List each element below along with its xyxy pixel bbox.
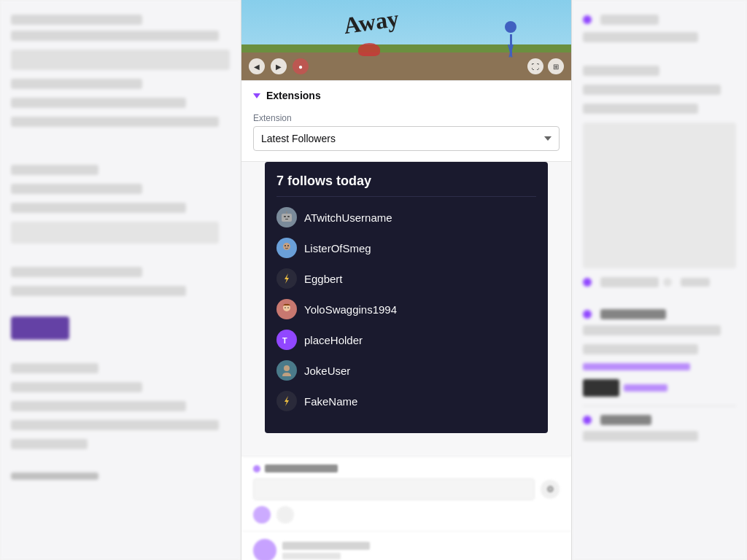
- fullscreen-button[interactable]: ⛶: [527, 58, 543, 74]
- extensions-header[interactable]: Extensions: [241, 81, 571, 110]
- follower-item: Eggbert: [276, 268, 536, 289]
- svg-point-8: [287, 245, 289, 246]
- svg-point-6: [283, 243, 290, 250]
- extensions-section: Extensions Extension Latest Followers Ch…: [241, 80, 571, 162]
- followers-today-count: 7 follows today: [276, 174, 536, 197]
- left-panel: [0, 0, 241, 560]
- follower-avatar-6: [276, 360, 297, 381]
- extension-field-label: Extension: [253, 113, 560, 123]
- follower-avatar-2: [276, 238, 297, 258]
- record-button[interactable]: ●: [293, 58, 309, 74]
- extensions-label: Extensions: [266, 90, 321, 101]
- svg-rect-1: [284, 216, 286, 217]
- stream-info-section: [241, 531, 571, 560]
- follower-avatar-7: [276, 391, 297, 411]
- follower-name-3: Eggbert: [304, 273, 343, 285]
- follower-avatar-5: T: [276, 330, 297, 350]
- follower-name-5: placeHolder: [304, 334, 363, 346]
- stick-figure: [505, 21, 516, 58]
- follower-item: FakeName: [276, 391, 536, 411]
- follower-name-6: JokeUser: [304, 365, 350, 377]
- video-thumbnail: Away ◀ ▶ ● ⛶ ⊞: [241, 0, 571, 80]
- play-button[interactable]: ▶: [271, 58, 287, 74]
- video-controls-right[interactable]: ⛶ ⊞: [527, 58, 564, 74]
- follower-avatar-3: [276, 268, 297, 289]
- follower-avatar-1: [276, 207, 297, 228]
- svg-rect-4: [286, 211, 287, 214]
- rewind-button[interactable]: ◀: [249, 58, 265, 74]
- channel-points-section: ⚙: [241, 456, 571, 531]
- follower-item: ListerOfSmeg: [276, 238, 536, 258]
- svg-point-13: [285, 307, 286, 308]
- extension-select[interactable]: Latest Followers Channel Points Hype Tra…: [253, 126, 560, 151]
- follower-name-1: ATwitchUsername: [304, 211, 392, 224]
- follower-name-2: ListerOfSmeg: [304, 242, 371, 254]
- svg-point-18: [284, 365, 290, 371]
- extension-dropdown-row: Extension Latest Followers Channel Point…: [241, 110, 571, 161]
- video-controls-left[interactable]: ◀ ▶ ●: [249, 58, 309, 74]
- svg-rect-2: [287, 216, 290, 217]
- center-panel: Away ◀ ▶ ● ⛶ ⊞ Extensions: [241, 0, 572, 560]
- right-panel: [572, 0, 747, 560]
- follower-item: JokeUser: [276, 360, 536, 381]
- svg-text:T: T: [282, 336, 287, 345]
- svg-rect-3: [285, 219, 288, 219]
- settings-video-button[interactable]: ⊞: [548, 58, 564, 74]
- follower-name-4: YoloSwaggins1994: [304, 303, 397, 316]
- followers-widget: 7 follows today ATwitchUsername: [265, 162, 548, 433]
- follower-item: ATwitchUsername: [276, 207, 536, 228]
- svg-point-14: [287, 307, 289, 308]
- follower-item: YoloSwaggins1994: [276, 299, 536, 319]
- follower-avatar-4: [276, 299, 297, 319]
- svg-rect-0: [282, 214, 292, 222]
- follower-item: T placeHolder: [276, 330, 536, 350]
- follower-name-7: FakeName: [304, 395, 357, 408]
- svg-point-7: [285, 245, 286, 246]
- collapse-icon: [253, 93, 260, 98]
- red-character: [358, 43, 380, 56]
